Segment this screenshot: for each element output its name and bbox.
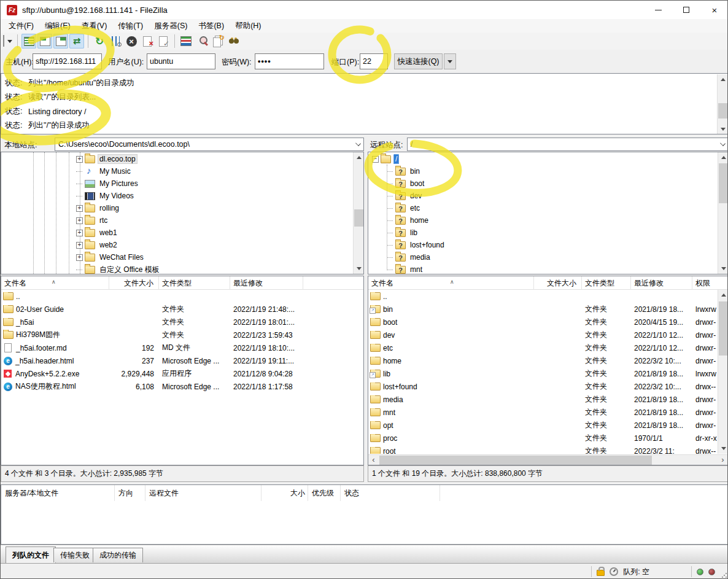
quickconnect-dropdown[interactable] xyxy=(444,53,456,69)
remote-site-combo[interactable]: / xyxy=(407,138,728,151)
remote-tree-item[interactable]: media xyxy=(368,251,728,263)
remote-file-row[interactable]: proc 文件夹 1970/1/1 dr-xr-x xyxy=(368,432,728,445)
tree-expander[interactable] xyxy=(387,177,393,190)
remote-tree-item[interactable]: lost+found xyxy=(368,239,728,251)
port-input[interactable] xyxy=(360,53,388,69)
toggle-local-tree-icon[interactable] xyxy=(37,34,52,49)
column-header-server-local-file[interactable]: 服务器/本地文件 xyxy=(1,485,115,501)
local-tree-item[interactable]: My Videos xyxy=(1,190,363,202)
remote-tree-item[interactable]: mnt xyxy=(368,263,728,274)
local-file-row[interactable]: .. xyxy=(1,290,363,303)
remote-file-row[interactable]: opt 文件夹 2021/8/19 18... drwxr- xyxy=(368,419,728,432)
minimize-button[interactable] xyxy=(644,1,672,19)
remote-tree-item[interactable]: bin xyxy=(368,165,728,177)
local-tree-scrollbar[interactable] xyxy=(353,152,363,274)
remote-file-row[interactable]: media 文件夹 2021/8/19 18... drwxr- xyxy=(368,393,728,406)
tree-expander[interactable] xyxy=(387,239,393,251)
remote-tree-scrollbar[interactable] xyxy=(718,152,728,274)
remote-list-hscrollbar[interactable]: ‹ › xyxy=(368,454,728,465)
local-file-row[interactable]: AnyDesk+5.2.2.exe 2,929,448 应用程序 2021/12… xyxy=(1,367,363,380)
directory-comparison-icon[interactable] xyxy=(179,34,193,49)
column-header-remote-file[interactable]: 远程文件 xyxy=(145,485,261,501)
column-header-status[interactable]: 状态 xyxy=(341,485,440,501)
local-file-row[interactable]: _h5ai 文件夹 2022/1/19 18:01:... xyxy=(1,316,363,328)
local-file-row[interactable]: _h5ai.footer.md 192 MD 文件 2022/1/19 18:1… xyxy=(1,341,363,354)
tree-expander[interactable] xyxy=(387,165,393,177)
column-header-size[interactable]: 文件大小 xyxy=(534,276,582,290)
close-button[interactable]: × xyxy=(700,1,728,19)
tree-expander[interactable] xyxy=(387,202,393,214)
filter-icon[interactable] xyxy=(195,34,209,49)
column-header-type[interactable]: 文件类型 xyxy=(582,276,631,290)
column-header-type[interactable]: 文件类型 xyxy=(159,276,230,290)
column-header-modified[interactable]: 最近修改 xyxy=(631,276,692,290)
tree-expander[interactable] xyxy=(76,202,83,214)
tree-expander[interactable] xyxy=(76,239,83,251)
local-tree-item[interactable]: rtc xyxy=(1,214,363,227)
tree-expander[interactable] xyxy=(387,214,393,227)
remote-file-row[interactable]: dev 文件夹 2022/1/10 12... drwxr- xyxy=(368,328,728,341)
local-tree-item[interactable]: My Pictures xyxy=(1,177,363,190)
menu-server[interactable]: 服务器(S) xyxy=(149,19,193,33)
local-site-combo[interactable]: C:\Users\ecoo\Documents\dl.ecoo.top\ xyxy=(55,138,364,151)
cancel-operation-icon[interactable] xyxy=(124,34,139,49)
column-header-modified[interactable]: 最近修改 xyxy=(230,276,303,290)
tree-expander[interactable] xyxy=(76,214,83,227)
tree-expander[interactable] xyxy=(76,190,83,202)
local-tree-item[interactable]: web1 xyxy=(1,227,363,239)
tree-expander[interactable] xyxy=(372,153,379,165)
menu-file[interactable]: 文件(F) xyxy=(3,19,39,33)
toggle-transfer-queue-icon[interactable] xyxy=(69,34,84,49)
remote-file-row[interactable]: lost+found 文件夹 2022/3/2 10:... drwx-- xyxy=(368,380,728,393)
column-header-permissions[interactable]: 权限 xyxy=(692,276,728,290)
local-tree-item[interactable]: dl.ecoo.top xyxy=(1,153,363,165)
remote-file-row[interactable]: lib 文件夹 2021/8/19 18... lrwxrw xyxy=(368,367,728,380)
remote-tree-item[interactable]: dev xyxy=(368,190,728,202)
remote-file-row[interactable]: bin 文件夹 2021/8/19 18... lrwxrw xyxy=(368,303,728,316)
maximize-button[interactable] xyxy=(672,1,700,19)
local-tree-item[interactable]: 自定义 Office 模板 xyxy=(1,263,363,274)
column-header-name[interactable]: 文件名∧ xyxy=(368,276,534,290)
tree-expander[interactable] xyxy=(387,251,393,263)
tree-expander[interactable] xyxy=(76,177,83,190)
remote-file-row[interactable]: root 文件夹 2022/3/2 11: drwx-- xyxy=(368,445,728,454)
toolbar-separator[interactable] xyxy=(174,34,175,48)
local-tree-item[interactable]: rolling xyxy=(1,202,363,214)
local-file-row[interactable]: _h5ai.header.html 237 Microsoft Edge ...… xyxy=(1,354,363,367)
reconnect-icon[interactable] xyxy=(156,34,171,49)
menu-bookmarks[interactable]: 书签(B) xyxy=(193,19,230,33)
menu-help[interactable]: 帮助(H) xyxy=(230,19,266,33)
tree-expander[interactable] xyxy=(387,263,393,274)
password-input[interactable] xyxy=(255,53,324,69)
site-manager-dropdown[interactable] xyxy=(6,34,14,49)
disconnect-icon[interactable] xyxy=(140,34,155,49)
tab-failed-transfers[interactable]: 传输失败 xyxy=(53,548,96,562)
toggle-message-log-icon[interactable] xyxy=(21,34,36,49)
find-files-icon[interactable] xyxy=(227,34,241,49)
column-header-priority[interactable]: 优先级 xyxy=(308,485,341,501)
tree-expander[interactable] xyxy=(387,190,393,202)
column-header-size[interactable]: 文件大小 xyxy=(109,276,159,290)
site-manager-icon[interactable] xyxy=(3,36,4,47)
remote-tree-item[interactable]: home xyxy=(368,214,728,227)
remote-file-row[interactable]: .. xyxy=(368,290,728,303)
resize-grip[interactable] xyxy=(721,572,727,578)
tree-expander[interactable] xyxy=(387,227,393,239)
remote-tree-item[interactable]: boot xyxy=(368,177,728,190)
local-tree-item[interactable]: web2 xyxy=(1,239,363,251)
menu-transfer[interactable]: 传输(T) xyxy=(112,19,149,33)
remote-tree-item[interactable]: / xyxy=(368,153,728,165)
tree-expander[interactable] xyxy=(76,227,83,239)
column-header-name[interactable]: 文件名∧ xyxy=(1,276,109,290)
toolbar-separator[interactable] xyxy=(88,34,88,48)
log-scrollbar[interactable] xyxy=(717,74,727,134)
remote-file-row[interactable]: mnt 文件夹 2021/8/19 18... drwxr- xyxy=(368,406,728,419)
column-header-size[interactable]: 大小 xyxy=(261,485,308,501)
process-queue-icon[interactable] xyxy=(108,34,123,49)
local-tree-item[interactable]: My Music xyxy=(1,165,363,177)
tree-expander[interactable] xyxy=(76,153,83,165)
local-tree-item[interactable]: WeChat Files xyxy=(1,251,363,263)
tree-expander[interactable] xyxy=(76,263,83,274)
toggle-remote-tree-icon[interactable] xyxy=(53,34,68,49)
toolbar-separator[interactable] xyxy=(17,34,18,48)
